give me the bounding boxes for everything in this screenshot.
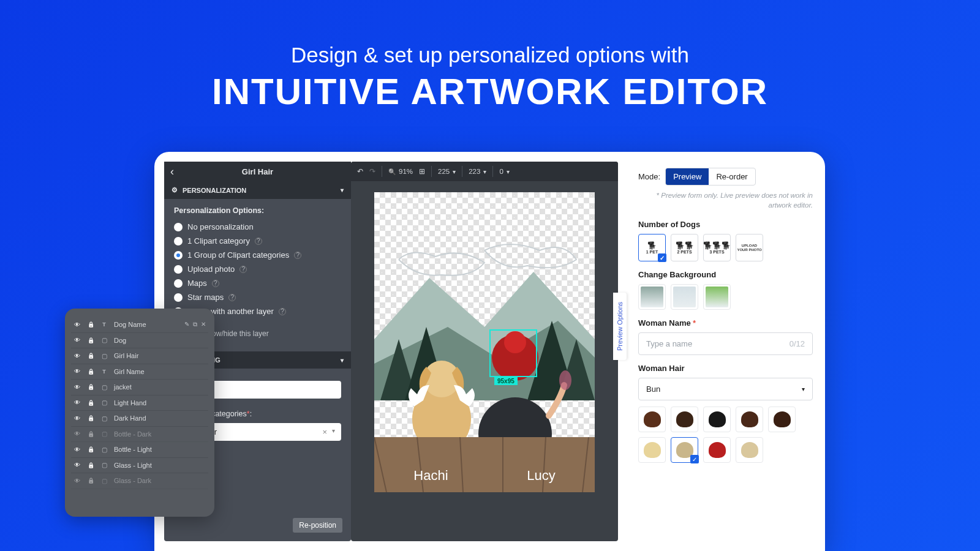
hair-option-tile[interactable] [736, 407, 763, 432]
edit-icon[interactable] [184, 321, 189, 328]
lock-icon[interactable] [87, 431, 94, 437]
hair-option-tile[interactable] [768, 407, 796, 432]
layer-row[interactable]: Dog Name [71, 317, 208, 333]
layer-type-icon [100, 462, 108, 468]
dog-count-tile[interactable]: UPLOAD YOUR PHOTO [736, 234, 763, 261]
canvas-name-1: Hachi [413, 468, 448, 484]
lock-icon[interactable] [87, 462, 94, 468]
visibility-icon[interactable] [74, 337, 81, 343]
grid-toggle[interactable] [419, 167, 425, 176]
layer-row[interactable]: Dark Hand [71, 411, 208, 427]
canvas-name-2: Lucy [527, 468, 555, 484]
layer-row[interactable]: jacket [71, 380, 208, 395]
background-tile[interactable] [638, 284, 666, 310]
help-icon[interactable]: ? [212, 280, 219, 287]
undo-button[interactable] [357, 167, 363, 176]
svg-point-6 [559, 370, 571, 390]
lock-icon[interactable] [87, 415, 94, 421]
mode-reorder-button[interactable]: Re-order [709, 168, 755, 185]
visibility-icon[interactable] [74, 430, 81, 437]
visibility-icon[interactable] [74, 384, 81, 391]
visibility-icon[interactable] [74, 368, 81, 375]
gear-icon [172, 186, 178, 194]
layer-row[interactable]: Light Hand [71, 395, 208, 411]
lock-icon[interactable] [87, 384, 94, 390]
help-icon[interactable]: ? [239, 266, 247, 273]
layer-type-icon [100, 369, 108, 375]
woman-name-input[interactable]: Type a name 0/12 [638, 332, 813, 355]
background-tile[interactable] [671, 284, 698, 310]
visibility-icon[interactable] [74, 478, 81, 484]
radio-option[interactable]: Star maps? [174, 290, 341, 304]
selection-box[interactable] [489, 329, 537, 377]
copy-icon[interactable] [193, 321, 197, 328]
layer-row[interactable]: Girl Name [71, 364, 208, 380]
radio-option[interactable]: 1 Group of Clipart categories? [174, 248, 341, 262]
layer-row[interactable]: Glass - Light [71, 458, 208, 474]
hair-option-tile[interactable] [638, 407, 666, 432]
visibility-icon[interactable] [74, 415, 81, 422]
radio-option[interactable]: No personalization [174, 220, 341, 234]
layer-row[interactable]: Bottle - Dark [71, 427, 208, 443]
back-button[interactable] [170, 165, 174, 178]
delete-icon[interactable] [201, 321, 206, 328]
layer-row[interactable]: Girl Hair [71, 348, 208, 364]
layer-row[interactable]: Dog [71, 333, 208, 349]
preview-form: Mode: Preview Re-order * Preview form on… [626, 162, 825, 469]
radio-option[interactable]: Upload photo? [174, 262, 341, 276]
hair-option-tile[interactable] [703, 407, 731, 432]
visibility-icon[interactable] [74, 399, 81, 406]
lock-icon[interactable] [87, 446, 94, 452]
rotation-input[interactable]: 0 [499, 168, 509, 175]
dog-count-tile[interactable]: 🐕🐕🐕3 PETS [703, 234, 731, 261]
lock-icon[interactable] [87, 400, 94, 406]
help-icon[interactable]: ? [279, 308, 286, 315]
zoom-control[interactable]: 91% [388, 168, 413, 175]
preview-note: * Preview form only. Live preview does n… [638, 190, 813, 210]
visibility-icon[interactable] [74, 462, 81, 468]
woman-hair-select[interactable]: Bun [638, 378, 813, 400]
lock-icon[interactable] [87, 321, 94, 328]
help-icon[interactable]: ? [228, 294, 236, 301]
lock-icon[interactable] [87, 478, 94, 484]
hair-option-tile[interactable] [638, 437, 666, 463]
background-tile[interactable] [703, 284, 731, 310]
redo-button[interactable] [369, 167, 375, 176]
hero-main-title: INTUITIVE ARTWORK EDITOR [0, 70, 980, 113]
help-icon[interactable]: ? [294, 252, 301, 259]
layer-row[interactable]: Bottle - Light [71, 442, 208, 458]
hero-subtitle: Design & set up personalized options wit… [0, 43, 980, 67]
dog-count-tile[interactable]: 🐕🐕2 PETS [671, 234, 698, 261]
layer-type-icon [100, 337, 108, 343]
lock-icon[interactable] [87, 337, 94, 343]
change-bg-label: Change Background [638, 270, 813, 279]
layer-row[interactable]: Glass - Dark [71, 473, 208, 489]
height-input[interactable]: 223 [469, 168, 486, 175]
woman-hair-label: Woman Hair [638, 364, 813, 373]
layers-panel: Dog NameDogGirl HairGirl NamejacketLight… [65, 309, 214, 517]
layer-type-icon [100, 321, 108, 328]
mode-preview-button[interactable]: Preview [666, 168, 709, 185]
hair-option-tile[interactable] [703, 437, 731, 463]
panel-title: Girl Hair [242, 167, 273, 176]
reposition-button[interactable]: Re-position [293, 518, 342, 533]
hair-option-tile[interactable] [736, 437, 763, 463]
visibility-icon[interactable] [74, 353, 81, 359]
artwork-canvas[interactable]: 95x95 Hachi Lucy [374, 192, 595, 492]
dog-count-tile[interactable]: 🐕1 PET [638, 234, 666, 261]
width-input[interactable]: 225 [438, 168, 456, 175]
collapse-icon[interactable] [341, 187, 344, 193]
chevron-down-icon[interactable] [332, 427, 335, 437]
clear-icon[interactable]: × [322, 427, 327, 437]
collapse-icon-2[interactable] [341, 357, 344, 364]
visibility-icon[interactable] [74, 446, 81, 453]
lock-icon[interactable] [87, 369, 94, 375]
lock-icon[interactable] [87, 353, 94, 359]
radio-option[interactable]: Maps? [174, 276, 341, 290]
visibility-icon[interactable] [74, 321, 81, 328]
hair-option-tile[interactable] [671, 407, 698, 432]
help-icon[interactable]: ? [255, 238, 262, 245]
preview-options-tab[interactable]: Preview Options [613, 293, 627, 360]
hair-option-tile[interactable] [671, 437, 698, 463]
radio-option[interactable]: 1 Clipart category? [174, 234, 341, 248]
